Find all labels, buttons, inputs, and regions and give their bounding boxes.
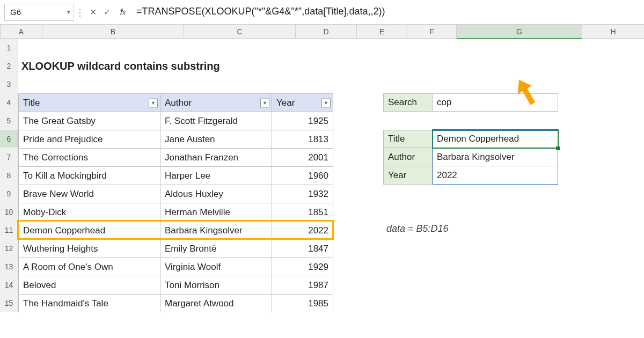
result-value-year[interactable]: 2022 bbox=[433, 166, 558, 185]
table-row[interactable]: Wuthering HeightsEmily Brontë1847 bbox=[19, 240, 333, 258]
row-header-9[interactable]: 9 bbox=[0, 185, 18, 203]
cell-author[interactable]: Aldous Huxley bbox=[160, 185, 272, 203]
col-header-C[interactable]: C bbox=[184, 25, 296, 39]
cell-title[interactable]: Demon Copperhead bbox=[19, 222, 160, 240]
cell-author[interactable]: Toni Morrison bbox=[160, 276, 272, 295]
cell-author[interactable]: F. Scott Fitzgerald bbox=[160, 112, 272, 130]
col-header-author[interactable]: Author ▼ bbox=[160, 94, 272, 112]
formula-input[interactable]: =TRANSPOSE(XLOOKUP("*"&G4&"*",data[Title… bbox=[132, 4, 640, 21]
row-header-5[interactable]: 5 bbox=[0, 112, 18, 130]
row-header-13[interactable]: 13 bbox=[0, 258, 18, 276]
cell-author[interactable]: Jane Austen bbox=[160, 130, 272, 149]
cell-author[interactable]: Virginia Woolf bbox=[160, 258, 272, 276]
col-header-G[interactable]: G bbox=[457, 25, 582, 39]
table-row[interactable]: Brave New WorldAldous Huxley1932 bbox=[19, 185, 333, 203]
result-label-author: Author bbox=[383, 148, 433, 166]
row-header-7[interactable]: 7 bbox=[0, 148, 18, 166]
col-header-F[interactable]: F bbox=[407, 25, 457, 39]
table-row[interactable]: Moby-DickHerman Melville1851 bbox=[19, 203, 333, 222]
name-box[interactable]: G6 ▾ bbox=[4, 4, 74, 21]
row-header-6[interactable]: 6 bbox=[0, 130, 18, 148]
table-row[interactable]: To Kill a MockingbirdHarper Lee1960 bbox=[19, 167, 333, 185]
row-header-8[interactable]: 8 bbox=[0, 166, 18, 185]
cell-title[interactable]: A Room of One's Own bbox=[19, 258, 160, 276]
cell-year[interactable]: 2022 bbox=[272, 222, 333, 240]
cell-year[interactable]: 1985 bbox=[272, 295, 333, 313]
column-header-row: ABCDEFGH bbox=[0, 25, 644, 39]
cell-title[interactable]: The Great Gatsby bbox=[19, 112, 160, 130]
row-header-4[interactable]: 4 bbox=[0, 93, 18, 112]
cell-year[interactable]: 1813 bbox=[272, 130, 333, 149]
table-row[interactable]: The CorrectionsJonathan Franzen2001 bbox=[19, 149, 333, 167]
cell-title[interactable]: Moby-Dick bbox=[19, 203, 160, 222]
result-value-author[interactable]: Barbara Kingsolver bbox=[433, 148, 558, 166]
table-row[interactable]: Pride and PrejudiceJane Austen1813 bbox=[19, 130, 333, 149]
result-label-title: Title bbox=[383, 130, 433, 148]
cells-canvas[interactable]: XLOOKUP wildcard contains substring Titl… bbox=[18, 39, 644, 312]
col-header-year[interactable]: Year ▼ bbox=[272, 94, 333, 112]
chevron-down-icon[interactable]: ▾ bbox=[67, 9, 70, 16]
table-row[interactable]: The Great GatsbyF. Scott Fitzgerald1925 bbox=[19, 112, 333, 130]
filter-icon[interactable]: ▼ bbox=[149, 98, 158, 107]
result-label-year: Year bbox=[383, 166, 433, 185]
row-header-14[interactable]: 14 bbox=[0, 276, 18, 294]
cell-year[interactable]: 1960 bbox=[272, 167, 333, 185]
col-header-B[interactable]: B bbox=[42, 25, 184, 39]
cell-year[interactable]: 1987 bbox=[272, 276, 333, 295]
cell-year[interactable]: 2001 bbox=[272, 149, 333, 167]
result-value-title[interactable]: Demon Copperhead bbox=[433, 130, 558, 148]
divider: ⋮ bbox=[74, 6, 86, 18]
grid-body: 123456789101112131415 XLOOKUP wildcard c… bbox=[0, 39, 644, 312]
table-row[interactable]: Demon CopperheadBarbara Kingsolver2022 bbox=[19, 222, 333, 240]
result-block: Title Demon Copperhead Author Barbara Ki… bbox=[383, 130, 558, 185]
cell-year[interactable]: 1851 bbox=[272, 203, 333, 222]
cell-author[interactable]: Emily Brontë bbox=[160, 240, 272, 258]
row-header-12[interactable]: 12 bbox=[0, 239, 18, 258]
row-header-15[interactable]: 15 bbox=[0, 294, 18, 312]
row-header-10[interactable]: 10 bbox=[0, 203, 18, 221]
cell-title[interactable]: Wuthering Heights bbox=[19, 240, 160, 258]
worksheet-caption: XLOOKUP wildcard contains substring bbox=[21, 60, 220, 72]
col-header-H[interactable]: H bbox=[582, 25, 644, 39]
cell-title[interactable]: Pride and Prejudice bbox=[19, 130, 160, 149]
cell-year[interactable]: 1925 bbox=[272, 112, 333, 130]
cell-author[interactable]: Margaret Atwood bbox=[160, 295, 272, 313]
cell-title[interactable]: Brave New World bbox=[19, 185, 160, 203]
cell-author[interactable]: Herman Melville bbox=[160, 203, 272, 222]
row-header-3[interactable]: 3 bbox=[0, 75, 18, 93]
cell-author[interactable]: Jonathan Franzen bbox=[160, 149, 272, 167]
data-range-note: data = B5:D16 bbox=[386, 223, 449, 234]
cell-title[interactable]: The Handmaid's Tale bbox=[19, 295, 160, 313]
filter-icon[interactable]: ▼ bbox=[260, 98, 269, 107]
row-header-2[interactable]: 2 bbox=[0, 57, 18, 75]
row-header-11[interactable]: 11 bbox=[0, 221, 18, 239]
cell-author[interactable]: Harper Lee bbox=[160, 167, 272, 185]
col-header-E[interactable]: E bbox=[357, 25, 407, 39]
cell-year[interactable]: 1847 bbox=[272, 240, 333, 258]
col-header-A[interactable]: A bbox=[1, 25, 42, 39]
formula-bar: G6 ▾ ⋮ ✕ ✓ fx =TRANSPOSE(XLOOKUP("*"&G4&… bbox=[0, 0, 644, 25]
fx-icon[interactable]: fx bbox=[114, 5, 132, 20]
row-header-1[interactable]: 1 bbox=[0, 39, 18, 57]
accept-icon[interactable]: ✓ bbox=[100, 5, 114, 20]
table-row[interactable]: BelovedToni Morrison1987 bbox=[19, 276, 333, 295]
cell-title[interactable]: The Corrections bbox=[19, 149, 160, 167]
cancel-icon[interactable]: ✕ bbox=[86, 5, 100, 20]
name-box-value: G6 bbox=[10, 8, 21, 17]
data-table: Title ▼ Author ▼ Year ▼ The Great Gatsby… bbox=[18, 93, 333, 312]
col-header-title[interactable]: Title ▼ bbox=[19, 94, 160, 112]
filter-icon[interactable]: ▼ bbox=[321, 98, 331, 107]
search-label: Search bbox=[383, 93, 433, 112]
cell-year[interactable]: 1929 bbox=[272, 258, 333, 276]
table-row[interactable]: The Handmaid's TaleMargaret Atwood1985 bbox=[19, 295, 333, 313]
col-header-D[interactable]: D bbox=[296, 25, 357, 39]
cell-title[interactable]: Beloved bbox=[19, 276, 160, 295]
cell-author[interactable]: Barbara Kingsolver bbox=[160, 222, 272, 240]
table-row[interactable]: A Room of One's OwnVirginia Woolf1929 bbox=[19, 258, 333, 276]
cell-year[interactable]: 1932 bbox=[272, 185, 333, 203]
cell-title[interactable]: To Kill a Mockingbird bbox=[19, 167, 160, 185]
